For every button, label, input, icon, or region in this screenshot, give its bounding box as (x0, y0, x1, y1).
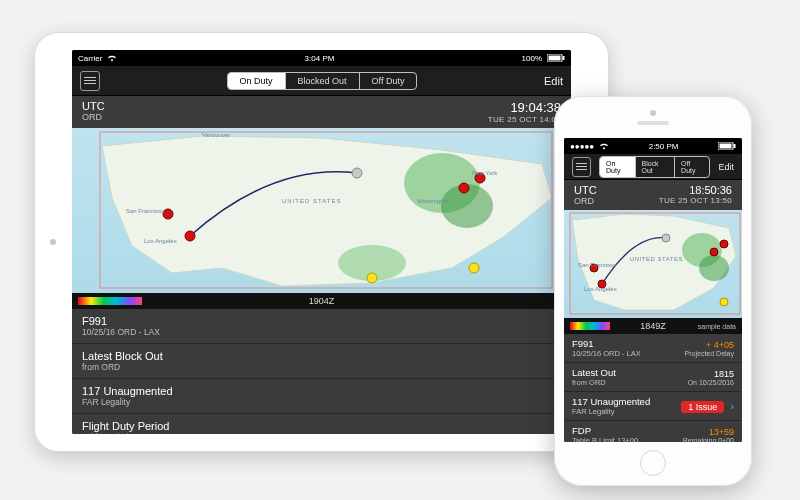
svg-point-23 (710, 248, 718, 256)
row-sub: Table B Limit 13+00 (572, 436, 638, 442)
signal-dots-icon: ●●●●● (570, 142, 594, 151)
row-subvalue: Projected Delay (685, 350, 734, 357)
list-row[interactable]: 117 Unaugmented FAR Legality (72, 379, 571, 414)
edit-button[interactable]: Edit (718, 162, 734, 172)
list-row[interactable]: 117 Unaugmented FAR Legality 1 Issue› (564, 392, 742, 421)
row-sub: FAR Legality (572, 407, 650, 416)
zulu-time: 1904Z (309, 296, 335, 306)
row-subvalue: On 10/25/2016 (688, 379, 734, 386)
ipad-camera (50, 239, 56, 245)
row-title: FDP (572, 425, 638, 436)
ipad-screen: Carrier 3:04 PM 100% On Duty Blocked Out… (72, 50, 571, 434)
menu-button[interactable] (572, 157, 591, 177)
list-row[interactable]: FDP Table B Limit 13+00 13+59 Remaining … (564, 421, 742, 442)
map-label-sf: San Francisco (126, 208, 164, 214)
segment-off-duty[interactable]: Off Duty (674, 157, 709, 177)
edit-button[interactable]: Edit (544, 75, 563, 87)
chevron-right-icon: › (730, 400, 734, 412)
ipad-device: Carrier 3:04 PM 100% On Duty Blocked Out… (34, 32, 609, 452)
utc-label: UTC (574, 184, 597, 196)
list-row[interactable]: Latest Block Out from ORD (72, 344, 571, 379)
map-label-newyork: New York (472, 170, 497, 176)
segment-on-duty[interactable]: On Duty (600, 157, 635, 177)
segment-on-duty[interactable]: On Duty (228, 73, 285, 89)
svg-point-13 (469, 263, 479, 273)
svg-point-7 (352, 168, 362, 178)
clock: 2:50 PM (649, 142, 679, 151)
svg-point-25 (720, 298, 728, 306)
row-title: F991 (572, 338, 641, 349)
segment-blocked-out[interactable]: Blocked Out (285, 73, 359, 89)
list-row[interactable]: Flight Duty Period Table B Limit 13+00 (72, 414, 571, 434)
clock: 3:04 PM (305, 54, 335, 63)
segment-block-out[interactable]: Block Out (635, 157, 675, 177)
row-sub: 10/25/16 ORD - LAX (572, 349, 641, 358)
map-label-la: Los Angeles (584, 286, 617, 292)
battery-icon (718, 142, 736, 150)
iphone-home-button[interactable] (640, 450, 666, 476)
zulu-time: 1849Z (640, 321, 666, 331)
row-sub: FAR Legality (82, 397, 173, 407)
utc-time: 18:50:36 (659, 184, 732, 196)
row-title: F991 (82, 315, 160, 327)
nav-bar: On Duty Blocked Out Off Duty Edit (72, 66, 571, 96)
radar-legend-icon (570, 322, 610, 330)
map-label-vancouver: Vancouver (202, 132, 230, 138)
battery-icon (547, 54, 565, 62)
utc-date: TUE 25 OCT 13:50 (659, 196, 732, 205)
nav-bar: On Duty Block Out Off Duty Edit (564, 154, 742, 180)
route-map[interactable]: Vancouver San Francisco Los Angeles UNIT… (72, 128, 571, 293)
row-title: Latest Block Out (82, 350, 163, 362)
sample-data-label: sample data (698, 323, 736, 330)
map-label-us: UNITED STATES (282, 198, 341, 204)
route-map[interactable]: San Francisco Los Angeles UNITED STATES (564, 210, 742, 318)
map-label-sf: San Francisco (578, 262, 616, 268)
row-sub: Table B Limit 13+00 (82, 432, 169, 434)
utc-row: UTC ORD 18:50:36 TUE 25 OCT 13:50 (564, 180, 742, 210)
svg-rect-15 (720, 144, 732, 149)
row-sub: from ORD (572, 378, 616, 387)
utc-label: UTC (82, 100, 105, 112)
segment-off-duty[interactable]: Off Duty (359, 73, 417, 89)
iphone-camera (650, 110, 656, 116)
svg-point-18 (699, 255, 729, 281)
iphone-speaker (637, 121, 669, 125)
status-bar: ●●●●● 2:50 PM (564, 138, 742, 154)
utc-row: UTC ORD 19:04:38 TUE 25 OCT 14:04 (72, 96, 571, 128)
duty-segmented-control[interactable]: On Duty Block Out Off Duty (599, 156, 711, 178)
map-label-la: Los Angeles (144, 238, 177, 244)
svg-point-12 (367, 273, 377, 283)
carrier-label: Carrier (78, 54, 102, 63)
utc-airport: ORD (82, 112, 105, 122)
list-row[interactable]: F991 10/25/16 ORD - LAX + 4+05 Projected… (564, 334, 742, 363)
zulu-strip: 1849Z sample data (564, 318, 742, 334)
iphone-device: ●●●●● 2:50 PM On Duty Block Out Off Duty… (554, 96, 752, 486)
svg-rect-2 (563, 56, 565, 60)
row-value: + 4+05 (685, 340, 734, 350)
duty-segmented-control[interactable]: On Duty Blocked Out Off Duty (227, 72, 418, 90)
detail-list: F991 10/25/16 ORD - LAX Latest Block Out… (72, 309, 571, 434)
status-bar: Carrier 3:04 PM 100% (72, 50, 571, 66)
row-sub: from ORD (82, 362, 163, 372)
utc-airport: ORD (574, 196, 597, 206)
row-title: Latest Out (572, 367, 616, 378)
svg-point-8 (185, 231, 195, 241)
issue-badge: 1 Issue (681, 401, 724, 413)
menu-button[interactable] (80, 71, 100, 91)
row-sub: 10/25/16 ORD - LAX (82, 327, 160, 337)
svg-rect-1 (549, 56, 561, 61)
map-label-us: UNITED STATES (630, 256, 683, 262)
map-label-washington: Washington (417, 198, 448, 204)
svg-point-24 (720, 240, 728, 248)
row-value: 1815 (688, 369, 734, 379)
list-row[interactable]: F991 10/25/16 ORD - LAX (72, 309, 571, 344)
wifi-icon (107, 54, 117, 62)
radar-legend-icon (78, 297, 142, 305)
row-value: 13+59 (683, 427, 734, 437)
svg-point-9 (163, 209, 173, 219)
utc-time: 19:04:38 (488, 100, 561, 115)
svg-rect-16 (734, 144, 736, 148)
svg-point-10 (459, 183, 469, 193)
list-row[interactable]: Latest Out from ORD 1815 On 10/25/2016 (564, 363, 742, 392)
battery-text: 100% (522, 54, 542, 63)
